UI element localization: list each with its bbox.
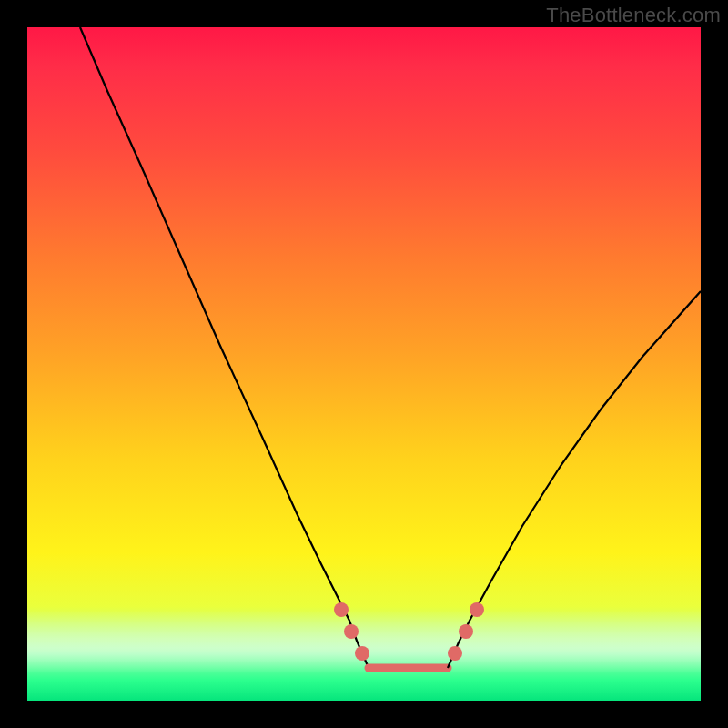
series-group bbox=[80, 27, 701, 668]
marker-dot-4 bbox=[459, 624, 473, 639]
series-curve-right bbox=[448, 291, 701, 668]
chart-frame: TheBottleneck.com bbox=[0, 0, 728, 728]
marker-dot-2 bbox=[355, 646, 369, 661]
plot-area bbox=[27, 27, 701, 701]
series-curve-left bbox=[80, 27, 369, 668]
curve-svg bbox=[27, 27, 701, 701]
marker-dot-1 bbox=[344, 624, 359, 639]
marker-dot-5 bbox=[470, 602, 484, 617]
watermark-text: TheBottleneck.com bbox=[546, 4, 721, 27]
markers-group bbox=[334, 602, 484, 661]
marker-dot-0 bbox=[334, 602, 349, 617]
marker-dot-3 bbox=[448, 646, 462, 661]
